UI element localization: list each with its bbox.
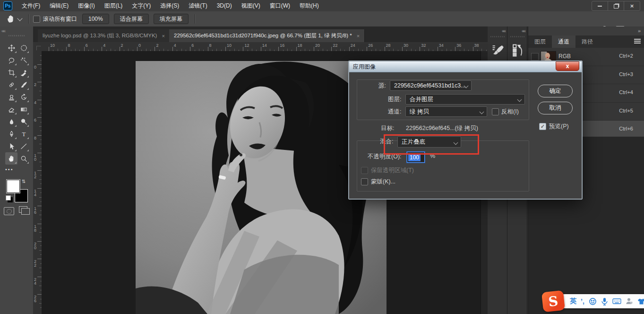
cancel-button[interactable]: 取消 <box>538 102 573 114</box>
microphone-icon[interactable] <box>601 297 608 305</box>
collapse-icon[interactable]: «« <box>522 28 525 34</box>
punctuation-indicator[interactable]: ’, <box>581 297 584 305</box>
visibility-checkbox[interactable] <box>531 53 539 61</box>
ruler-corner[interactable] <box>33 42 42 52</box>
edit-toolbar-icon[interactable]: ••• <box>5 166 17 174</box>
panel-tabs: 图层通道路径 <box>528 35 644 48</box>
ruler-label: 0 <box>34 65 38 69</box>
restore-button[interactable] <box>608 1 624 10</box>
pen-tool[interactable] <box>5 128 17 140</box>
menu-item-7[interactable]: 滤镜(T) <box>184 0 212 11</box>
brush-tool[interactable] <box>17 78 30 91</box>
preview-checkbox[interactable]: ✓ <box>539 123 546 130</box>
path-select-tool-icon <box>8 143 15 150</box>
zoom-tool[interactable] <box>17 152 30 165</box>
zoom-100-button[interactable]: 100% <box>82 14 109 24</box>
default-colors-icon[interactable] <box>6 195 11 201</box>
ruler-label: 20 <box>315 43 320 48</box>
move-tool[interactable] <box>5 42 17 54</box>
skin-icon[interactable] <box>637 298 644 305</box>
hand-tool[interactable] <box>5 152 17 165</box>
menu-item-10[interactable]: 窗口(W) <box>265 0 295 11</box>
panel-header: » <box>528 26 644 36</box>
toolbar-grip[interactable] <box>9 35 26 36</box>
menu-item-5[interactable]: 文字(Y) <box>127 0 155 11</box>
menu-items: 文件(F)编辑(E)图像(I)图层(L)文字(Y)选择(S)滤镜(T)3D(D)… <box>17 0 324 11</box>
fit-screen-button[interactable]: 适合屏幕 <box>114 14 149 24</box>
sogou-logo-icon[interactable]: S <box>541 290 565 313</box>
tab-通道[interactable]: 通道 <box>552 35 575 48</box>
panel-menu-icon[interactable] <box>634 39 641 40</box>
panel-grip[interactable] <box>510 36 524 37</box>
tab-图层[interactable]: 图层 <box>528 35 552 48</box>
healing-brush-tool[interactable] <box>5 78 17 91</box>
tab-close-icon[interactable]: × <box>162 33 164 39</box>
ruler-tick <box>37 277 42 277</box>
blur-tool[interactable] <box>5 115 17 128</box>
channel-dropdown[interactable]: 绿 拷贝 <box>405 106 487 117</box>
collapse-toolbar-icon[interactable]: «« <box>1 28 5 34</box>
menu-item-6[interactable]: 选择(S) <box>155 0 184 11</box>
horizontal-ruler[interactable]: 1086420246810121416182022242628303234363… <box>42 42 488 52</box>
type-tool[interactable]: T <box>17 128 30 140</box>
menu-item-1[interactable]: 文件(F) <box>17 0 45 11</box>
type-tool-icon: T <box>20 131 27 138</box>
menu-item-4[interactable]: 图层(L) <box>100 0 128 11</box>
ruler-label: 8 <box>34 136 38 140</box>
ruler-label: 38 <box>474 43 479 48</box>
line-tool[interactable] <box>17 140 30 152</box>
menu-item-2[interactable]: 编辑(E) <box>45 0 73 11</box>
menu-item-11[interactable]: 帮助(H) <box>295 0 324 11</box>
close-button[interactable]: × <box>624 1 640 10</box>
dialog-title[interactable]: 应用图像 <box>349 61 582 72</box>
source-dropdown[interactable]: 229562c96ef64531bd1c3... <box>390 80 472 91</box>
invert-checkbox[interactable] <box>492 108 499 115</box>
path-select-tool[interactable] <box>5 140 17 152</box>
layer-dropdown[interactable]: 合并图层 <box>405 94 525 105</box>
gradient-tool[interactable] <box>17 103 30 115</box>
menu-item-9[interactable]: 视图(V) <box>237 0 265 11</box>
language-indicator[interactable]: 英 <box>570 297 576 305</box>
foreground-color-swatch[interactable] <box>7 180 20 193</box>
user-icon[interactable] <box>626 297 633 305</box>
minimize-button[interactable] <box>592 1 608 10</box>
ok-button[interactable]: 确定 <box>538 85 573 97</box>
menu-item-3[interactable]: 图像(I) <box>73 0 99 11</box>
quick-mask-button[interactable] <box>4 207 14 215</box>
vertical-ruler[interactable]: 02468101214161820222426 <box>33 51 42 314</box>
magic-wand-tool[interactable] <box>17 54 30 66</box>
clone-stamp-tool[interactable] <box>5 91 17 103</box>
hand-tool-icon <box>8 155 15 162</box>
brush-settings-icon[interactable] <box>491 44 504 57</box>
chevron-down-icon[interactable] <box>17 16 22 21</box>
ruler-tick <box>367 47 367 51</box>
tab-close-icon[interactable]: × <box>357 33 360 39</box>
scroll-all-windows-checkbox[interactable] <box>33 16 40 23</box>
document-tab-1[interactable]: liyuzhe logo.psd @ 13.3% (组 3, RGB/8/CMY… <box>38 29 170 42</box>
tab-路径[interactable]: 路径 <box>575 35 599 48</box>
ruler-tick <box>208 47 208 51</box>
preserve-transparency-label: 保留透明区域(T) <box>371 166 414 174</box>
lasso-tool[interactable] <box>5 54 17 66</box>
swap-colors-icon[interactable]: ⇅ <box>22 179 26 184</box>
dodge-tool[interactable] <box>17 115 30 128</box>
ruler-label: 4 <box>103 43 105 48</box>
eyedropper-tool[interactable] <box>17 66 30 78</box>
fill-screen-button[interactable]: 填充屏幕 <box>154 14 189 24</box>
menu-item-8[interactable]: 3D(D) <box>212 0 237 11</box>
document-tab-2[interactable]: 229562c96ef64531bd1c31d2071f940c.jpeg @ … <box>169 29 365 42</box>
collapse-panels-icon[interactable]: » <box>638 28 641 34</box>
eraser-tool[interactable] <box>5 103 17 115</box>
dialog-close-button[interactable]: x <box>556 61 579 71</box>
collapse-icon[interactable]: «« <box>502 28 505 34</box>
mask-checkbox[interactable] <box>361 178 368 185</box>
ruler-label: 4 <box>174 43 176 48</box>
marquee-tool[interactable] <box>17 42 30 54</box>
history-brush-tool[interactable] <box>17 91 30 103</box>
keyboard-icon[interactable] <box>612 298 621 305</box>
history-icon[interactable] <box>511 44 524 58</box>
panel-grip[interactable] <box>490 36 505 37</box>
screen-mode-button[interactable] <box>19 206 27 213</box>
crop-tool[interactable] <box>5 66 17 78</box>
emoji-icon[interactable] <box>589 297 597 305</box>
